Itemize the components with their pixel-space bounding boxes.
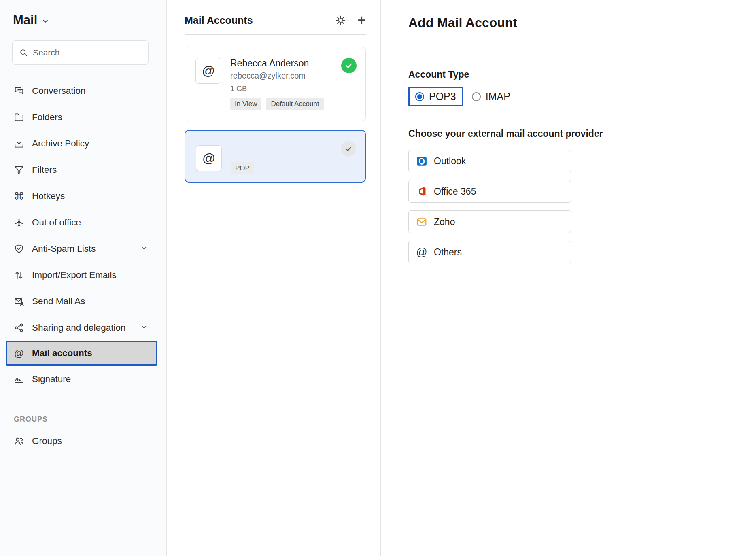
sidebar-item-label: Folders [32, 112, 62, 123]
account-storage: 1 GB [230, 85, 324, 93]
provider-zoho-button[interactable]: Zoho [408, 210, 571, 233]
sidebar-item-hotkeys[interactable]: ⌘ Hotkeys [0, 183, 166, 209]
account-badges: In View Default Account [230, 98, 324, 110]
account-avatar-at-icon: @ [196, 145, 222, 171]
groups-section-header: GROUPS [9, 415, 157, 424]
sidebar-item-signature[interactable]: Signature [0, 366, 166, 392]
conversation-icon [14, 86, 24, 96]
account-selected-check-icon [341, 141, 356, 157]
sidebar-item-anti-spam-lists[interactable]: Anti-Spam Lists [0, 236, 166, 262]
airplane-icon [14, 217, 24, 228]
at-icon: @ [14, 348, 24, 359]
chevron-down-icon [140, 244, 148, 254]
provider-heading: Choose your external mail account provid… [408, 128, 740, 139]
add-mail-account-panel: Add Mail Account Account Type POP3 IMAP … [381, 0, 756, 556]
provider-office365-button[interactable]: Office 365 [408, 180, 571, 203]
page-title: Add Mail Account [408, 15, 740, 30]
provider-outlook-button[interactable]: Outlook [408, 150, 571, 172]
sidebar-item-filters[interactable]: Filters [0, 157, 166, 183]
sidebar-item-label: Send Mail As [32, 296, 85, 307]
settings-gear-icon[interactable] [335, 15, 346, 26]
sidebar-item-archive-policy[interactable]: Archive Policy [0, 130, 166, 157]
signature-icon [14, 374, 24, 384]
pop3-radio[interactable]: POP3 [408, 87, 463, 106]
radio-label: POP3 [429, 91, 456, 102]
radio-selected-icon [415, 92, 424, 101]
account-info: Rebecca Anderson rebecca@zylker.com 1 GB… [230, 58, 324, 110]
sidebar-item-out-of-office[interactable]: Out of office [0, 209, 166, 236]
archive-icon [14, 138, 24, 149]
zoho-mail-icon [416, 216, 427, 227]
add-account-plus-icon[interactable]: + [357, 15, 366, 26]
sidebar-item-label: Mail accounts [32, 348, 92, 359]
filter-icon [14, 165, 24, 175]
account-type-label: Account Type [408, 69, 740, 80]
sidebar-item-label: Signature [32, 374, 71, 384]
imap-radio[interactable]: IMAP [472, 91, 510, 102]
sidebar-item-label: Hotkeys [32, 191, 65, 202]
sidebar-item-label: Sharing and delegation [32, 323, 125, 333]
badge-in-view: In View [230, 98, 261, 110]
badge-default-account: Default Account [266, 98, 323, 110]
sidebar-item-label: Archive Policy [32, 138, 89, 149]
sidebar-item-label: Filters [32, 165, 57, 175]
sidebar-item-folders[interactable]: Folders [0, 104, 166, 130]
sidebar-item-label: Out of office [32, 217, 81, 228]
provider-label: Others [434, 247, 462, 258]
settings-sidebar: Mail Conversation Folders [0, 0, 167, 556]
search-icon [19, 48, 28, 57]
account-card-pop[interactable]: @ POP [185, 130, 366, 183]
radio-label: IMAP [486, 91, 510, 102]
provider-others-button[interactable]: @ Others [408, 241, 571, 263]
zoho-mail-settings-window: Mail Conversation Folders [0, 0, 756, 556]
sidebar-item-label: Groups [32, 436, 62, 446]
shield-icon [14, 244, 24, 254]
search-input-wrapper [12, 40, 149, 65]
mail-accounts-title: Mail Accounts [185, 15, 253, 26]
settings-nav: Conversation Folders Archive Policy Filt… [0, 78, 166, 392]
sidebar-item-import-export-emails[interactable]: Import/Export Emails [0, 262, 166, 288]
office365-icon [416, 186, 427, 197]
sidebar-item-conversation[interactable]: Conversation [0, 78, 166, 104]
sidebar-item-label: Conversation [32, 86, 86, 96]
share-icon [14, 323, 24, 333]
send-mail-as-icon [14, 296, 24, 307]
mail-app-switcher[interactable]: Mail [0, 12, 166, 28]
account-active-check-icon [341, 58, 357, 73]
mail-accounts-panel: Mail Accounts + @ Rebecca Anderson rebec… [167, 0, 381, 556]
account-email: rebecca@zylker.com [230, 71, 324, 81]
account-type-radio-group: POP3 IMAP [408, 87, 740, 106]
chevron-down-icon [41, 14, 49, 28]
sidebar-item-groups[interactable]: Groups [9, 428, 157, 454]
outlook-icon [416, 155, 427, 167]
sidebar-item-mail-accounts[interactable]: @ Mail accounts [6, 341, 157, 366]
account-avatar-at-icon: @ [195, 58, 221, 84]
groups-section: GROUPS Groups [9, 403, 157, 454]
account-name: Rebecca Anderson [230, 58, 324, 69]
sidebar-item-label: Import/Export Emails [32, 270, 117, 280]
sidebar-item-send-mail-as[interactable]: Send Mail As [0, 288, 166, 314]
groups-icon [14, 436, 24, 446]
radio-unselected-icon [472, 92, 481, 101]
provider-label: Outlook [434, 156, 466, 167]
command-icon: ⌘ [14, 191, 24, 202]
folder-icon [14, 112, 24, 123]
sidebar-item-label: Anti-Spam Lists [32, 244, 96, 254]
badge-pop: POP [231, 162, 254, 174]
search-input[interactable] [33, 48, 142, 57]
sidebar-item-sharing-and-delegation[interactable]: Sharing and delegation [0, 314, 166, 341]
mail-accounts-header: Mail Accounts + [185, 15, 366, 35]
app-title: Mail [13, 13, 37, 28]
chevron-down-icon [140, 323, 148, 333]
at-icon: @ [416, 246, 427, 258]
import-export-icon [14, 270, 24, 280]
provider-label: Office 365 [434, 186, 476, 197]
provider-label: Zoho [434, 216, 455, 227]
account-card-primary[interactable]: @ Rebecca Anderson rebecca@zylker.com 1 … [185, 47, 366, 121]
